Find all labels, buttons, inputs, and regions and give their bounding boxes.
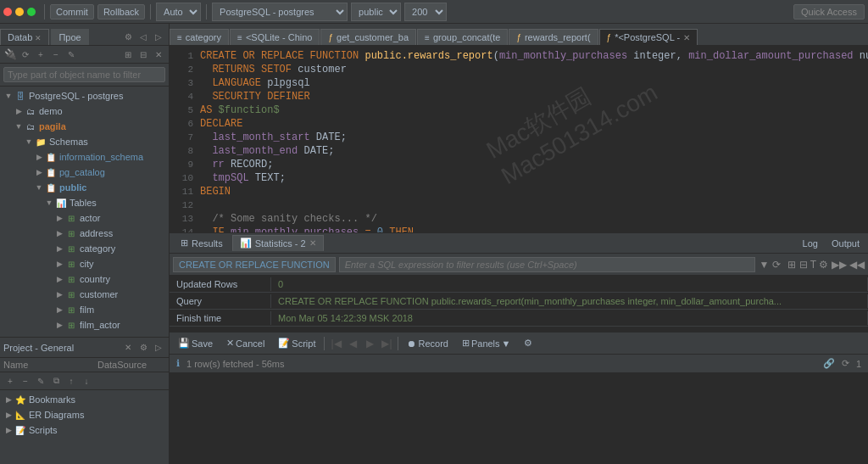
filter-dropdown-icon[interactable]: ▼	[759, 259, 769, 271]
db-action-right1[interactable]: ⊞	[121, 48, 135, 61]
tree-arrow-film[interactable]: ▶	[54, 305, 64, 314]
tree-item-pg-catalog[interactable]: ▶ 📋 pg_catalog	[0, 165, 169, 180]
proj-add-icon[interactable]: +	[3, 374, 17, 388]
tree-item-tables[interactable]: ▼ 📊 Tables	[0, 195, 169, 210]
code-editor[interactable]: Mac软件园Mac501314.com 1 CREATE OR REPLACE …	[170, 46, 868, 232]
db-action-btn3[interactable]: +	[34, 48, 47, 61]
project-collapse-icon[interactable]: ▷	[152, 341, 165, 355]
filter-function-label[interactable]: CREATE OR REPLACE FUNCTION	[173, 257, 336, 272]
proj-del-icon[interactable]: −	[19, 374, 32, 388]
proj-arrow-bookmarks[interactable]: ▶	[3, 395, 14, 404]
output-button[interactable]: Output	[826, 237, 865, 250]
db-action-btn4[interactable]: −	[49, 48, 63, 61]
maximize-button[interactable]	[27, 8, 36, 16]
tree-arrow-schemas[interactable]: ▼	[24, 137, 34, 146]
tab-sqlite[interactable]: ≡ <SQLite - Chino	[230, 29, 320, 45]
tree-arrow-country[interactable]: ▶	[54, 275, 64, 283]
tree-arrow-customer[interactable]: ▶	[54, 290, 64, 299]
db-action-btn1[interactable]: 🔌	[3, 48, 17, 61]
transaction-mode-select[interactable]: Auto	[156, 3, 201, 21]
tree-item-category[interactable]: ▶ ⊞ category	[0, 241, 169, 256]
project-settings-icon[interactable]: ⚙	[136, 341, 150, 355]
tree-item-customer[interactable]: ▶ ⊞ customer	[0, 287, 169, 302]
tree-arrow-city[interactable]: ▶	[54, 260, 64, 268]
filter-icon3[interactable]: T	[810, 259, 816, 271]
filter-icon6[interactable]: ◀◀	[849, 259, 865, 271]
settings-gear-button[interactable]: ⚙	[519, 336, 537, 350]
proj-edit-icon[interactable]: ✎	[34, 374, 47, 388]
tree-item-info-schema[interactable]: ▶ 📋 information_schema	[0, 149, 169, 165]
tab-close-icon[interactable]: ✕	[683, 33, 690, 42]
project-item-scripts[interactable]: ▶ 📝 Scripts	[0, 422, 169, 438]
tree-arrow-info[interactable]: ▶	[34, 153, 44, 161]
record-button[interactable]: ⏺ Record	[402, 337, 453, 350]
tab-category[interactable]: ≡ category	[170, 29, 229, 45]
tab-group-concat[interactable]: ≡ group_concat(te	[417, 29, 508, 45]
nav-first-icon[interactable]: |◀	[328, 336, 343, 351]
vcs-rollback-button[interactable]: Rollback	[97, 4, 145, 20]
tree-item-film-actor[interactable]: ▶ ⊞ film_actor	[0, 317, 169, 333]
tree-item-film[interactable]: ▶ ⊞ film	[0, 302, 169, 317]
filter-input[interactable]	[339, 257, 756, 272]
nav-prev-icon[interactable]: ◀	[345, 336, 360, 351]
db-action-right2[interactable]: ⊟	[136, 48, 150, 61]
tab-rewards-report[interactable]: ƒ rewards_report(	[509, 29, 598, 45]
tree-arrow-demo[interactable]: ▶	[14, 107, 24, 115]
tree-item-demo[interactable]: ▶ 🗂 demo	[0, 103, 169, 119]
script-button[interactable]: 📝 Script	[273, 336, 320, 350]
filter-icon5[interactable]: ▶▶	[832, 259, 847, 271]
limit-select[interactable]: 200	[404, 3, 447, 21]
tree-arrow-address[interactable]: ▶	[54, 229, 64, 238]
tree-item-actor[interactable]: ▶ ⊞ actor	[0, 210, 169, 226]
panel-expand-icon[interactable]: ▷	[152, 30, 165, 43]
tree-arrow-postgres[interactable]: ▼	[3, 92, 14, 100]
db-action-btn2[interactable]: ⟳	[19, 48, 32, 61]
panel-settings-icon[interactable]: ⚙	[121, 30, 135, 43]
tree-item-address[interactable]: ▶ ⊞ address	[0, 226, 169, 241]
minimize-button[interactable]	[15, 8, 24, 16]
tree-arrow-pgcat[interactable]: ▶	[34, 168, 44, 176]
nav-next-icon[interactable]: ▶	[362, 336, 377, 351]
save-button[interactable]: 💾 Save	[173, 336, 218, 350]
tree-arrow-tables[interactable]: ▼	[44, 198, 54, 207]
panel-close-icon[interactable]: ✕	[152, 48, 165, 61]
db-connection-select[interactable]: PostgreSQL - postgres	[212, 3, 348, 21]
tree-arrow-actor[interactable]: ▶	[54, 214, 64, 222]
tree-item-pagila[interactable]: ▼ 🗂 pagila	[0, 119, 169, 134]
project-tab[interactable]: Прое	[51, 29, 88, 45]
close-button[interactable]	[3, 8, 12, 16]
panel-collapse-icon[interactable]: ◁	[136, 30, 150, 43]
proj-arrow-scripts[interactable]: ▶	[3, 426, 14, 434]
tree-item-public[interactable]: ▼ 📋 public	[0, 180, 169, 195]
tab-get-customer[interactable]: ƒ get_customer_ba	[320, 29, 416, 45]
tree-item-country[interactable]: ▶ ⊞ country	[0, 271, 169, 287]
vcs-commit-button[interactable]: Commit	[50, 4, 94, 20]
filter-icon2[interactable]: ⊟	[799, 259, 808, 271]
schema-select[interactable]: public	[351, 3, 401, 21]
proj-down-icon[interactable]: ↓	[80, 374, 93, 388]
filter-refresh-icon[interactable]: ⟳	[772, 259, 781, 271]
project-icon-btn1[interactable]: ✕	[121, 341, 135, 355]
filter-icon4[interactable]: ⚙	[819, 259, 828, 271]
project-item-er[interactable]: ▶ 📐 ER Diagrams	[0, 407, 169, 422]
cancel-button[interactable]: ✕ Cancel	[221, 336, 270, 350]
stats-tab-close[interactable]: ✕	[309, 238, 316, 248]
project-item-bookmarks[interactable]: ▶ ⭐ Bookmarks	[0, 392, 169, 407]
tree-item-postgres[interactable]: ▼ 🗄 PostgreSQL - postgres	[0, 88, 169, 103]
proj-copy-icon[interactable]: ⧉	[49, 374, 63, 388]
proj-up-icon[interactable]: ↑	[64, 374, 78, 388]
database-tab[interactable]: Datab ✕	[0, 29, 49, 45]
db-action-btn5[interactable]: ✎	[64, 48, 78, 61]
nav-last-icon[interactable]: ▶|	[379, 336, 394, 351]
log-button[interactable]: Log	[798, 237, 823, 250]
tree-arrow-film-actor[interactable]: ▶	[54, 321, 64, 329]
panels-button[interactable]: ⊞ Panels ▼	[457, 336, 516, 350]
tab-postgres-active[interactable]: ƒ *<PostgreSQL - ✕	[599, 29, 698, 45]
results-tab-results[interactable]: ⊞ Results	[173, 235, 231, 251]
tree-arrow-public[interactable]: ▼	[34, 183, 44, 192]
filter-icon1[interactable]: ⊞	[787, 259, 796, 271]
tree-arrow-pagila[interactable]: ▼	[14, 122, 24, 131]
tree-arrow-category[interactable]: ▶	[54, 244, 64, 253]
quick-access-field[interactable]: Quick Access	[793, 4, 865, 20]
results-tab-statistics[interactable]: 📊 Statistics - 2 ✕	[232, 235, 324, 251]
